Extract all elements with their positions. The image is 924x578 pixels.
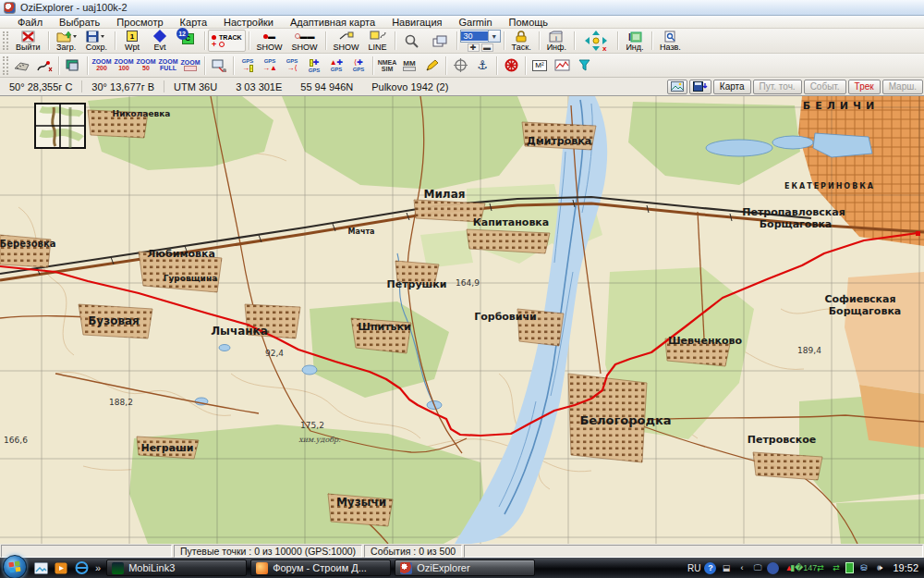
battery-tray-icon[interactable] (845, 562, 854, 573)
moving-map-button[interactable]: MM (398, 55, 420, 76)
exit-icon (21, 31, 35, 43)
track-control-group[interactable]: TRACK + (208, 30, 246, 52)
sync-tray-icon-2[interactable]: ⇄ (830, 562, 842, 574)
menu-item[interactable]: Карта (172, 17, 215, 28)
menu-item[interactable]: Навигация (383, 17, 450, 28)
map-index-button[interactable]: I Инд. (621, 30, 649, 53)
quicklaunch-viewer[interactable] (32, 560, 49, 576)
anchor-alarm-button[interactable]: ⚓ (471, 55, 493, 76)
map-town-label: Петрушки (387, 278, 447, 290)
event-button[interactable]: Evt (146, 30, 174, 53)
track-point-icon (212, 35, 216, 40)
funnel-icon (578, 59, 590, 71)
routes-tab-button[interactable]: Марш. (882, 80, 923, 94)
menu-item[interactable]: Просмотр (108, 17, 171, 28)
gps-get-track-button[interactable]: ⟨✚GPS (347, 55, 370, 76)
zoom-window-button[interactable]: ZOOM (179, 55, 201, 76)
waypoint-icon: 1 (127, 31, 138, 42)
map-info-button[interactable]: i Инф. (542, 30, 571, 53)
track-tab-button[interactable]: Трек (848, 80, 881, 94)
drag-map-button[interactable]: Таск. (507, 30, 536, 53)
show-events-button[interactable]: ▬▬ SHOW (287, 30, 322, 53)
menu-item[interactable]: Настройки (215, 17, 282, 28)
menu-item[interactable]: Выбрать (51, 17, 108, 28)
map-navigator-widget[interactable] (35, 104, 85, 148)
taskbar-button[interactable]: Форум - Строим Д... (250, 560, 391, 576)
map-canvas[interactable]: БЕЛИЧИНиколаевкаДмитровкаЕКАТЕРИНОВКАМил… (0, 96, 924, 544)
map-town-label: Горбовичи (474, 311, 537, 323)
zoom-50-button[interactable]: ZOOM50 (135, 55, 157, 76)
taskbar-button-label: MobiLink3 (128, 562, 175, 573)
start-button[interactable] (3, 555, 27, 578)
taskbar-button[interactable]: MobiLink3 (106, 560, 247, 576)
zoom-level-combo[interactable]: 30 ▼ (460, 30, 501, 43)
mobilink-icon (112, 562, 124, 574)
menu-item[interactable]: Адаптивная карта (282, 17, 383, 28)
sync-tray-icon-1[interactable]: ⇄ (814, 562, 826, 574)
combo-dropdown-icon[interactable]: ▼ (488, 31, 500, 42)
taskbar-clock[interactable]: 19:52 (893, 562, 918, 573)
distance-measure-button[interactable] (11, 55, 33, 76)
wheel-tool-button[interactable] (500, 55, 522, 76)
zoom-in-button[interactable]: ✚ (468, 43, 480, 52)
zoom-full-button[interactable]: ZOOMFULL (157, 55, 179, 76)
toolbar-grip[interactable] (3, 31, 8, 51)
map-image-button[interactable] (667, 80, 687, 94)
display-tray-icon[interactable]: 🖵 (751, 562, 763, 574)
exit-button[interactable]: Выйти (11, 30, 45, 53)
waypoints-tab-button[interactable]: Пут. точ. (753, 80, 802, 94)
menu-item[interactable]: Файл (9, 17, 51, 28)
save-position-button[interactable] (689, 80, 711, 94)
nmea-simulator-button[interactable]: NMEA SIM (376, 55, 398, 76)
load-icon (56, 31, 77, 43)
signal-tray-icon[interactable]: ▮�147; (798, 562, 810, 574)
gps-send-track-button[interactable]: GPS→⟨ (281, 55, 303, 76)
events-tab-button[interactable]: Событ. (804, 80, 846, 94)
show-route-button[interactable]: SHOW (329, 30, 364, 53)
filter-button[interactable] (573, 55, 595, 76)
help-tray-icon[interactable]: ? (704, 562, 716, 574)
save-arrow-icon (693, 81, 708, 92)
comment-button[interactable]: C 12 (174, 30, 201, 53)
track-profile-button[interactable] (551, 55, 573, 76)
waypoint-button[interactable]: 1 Wpt (118, 30, 146, 53)
image-view-button[interactable] (62, 55, 84, 76)
zoom-100-button[interactable]: ZOOM100 (113, 55, 135, 76)
gps-get-waypoints-button[interactable]: ▪✚ GPS (303, 55, 325, 76)
update-tray-icon[interactable]: ⬓ (720, 562, 732, 574)
quicklaunch-browser[interactable] (73, 560, 90, 576)
screen-icon (66, 59, 80, 71)
nmea-log-button[interactable] (420, 55, 443, 76)
gps-get-events-button[interactable]: ▲✚GPS (325, 55, 347, 76)
map-town-label: Петропавловская (742, 206, 845, 218)
show-waypoints-button[interactable]: ▬ SHOW (252, 30, 287, 53)
network-tray-icon[interactable]: ⛁ (857, 562, 869, 574)
language-indicator[interactable]: RU (687, 563, 700, 573)
track-edit-button[interactable] (33, 55, 55, 76)
toolbar-grip-2[interactable] (3, 56, 8, 75)
volume-tray-icon[interactable]: 🕪 (873, 562, 885, 574)
quicklaunch-overflow-chevron[interactable]: » (95, 562, 101, 573)
save-button[interactable]: Сохр. (81, 30, 112, 53)
collapse-tray-chevron[interactable]: ‹ (736, 562, 748, 574)
quicklaunch-media[interactable] (53, 560, 69, 576)
pan-arrows-control[interactable]: x (578, 30, 614, 53)
grid-setup-button[interactable]: M² (529, 55, 551, 76)
gps-send-waypoints-button[interactable]: GPS→▪ (237, 55, 259, 76)
magnifier-button[interactable] (398, 30, 426, 53)
load-button[interactable]: Загр. (52, 30, 81, 53)
gps-send-events-button[interactable]: GPS→▲ (259, 55, 281, 76)
map-load-gps-button[interactable] (208, 55, 230, 76)
find-name-button[interactable]: Назв. (655, 30, 686, 53)
windows-cascade-button[interactable] (426, 30, 454, 53)
map-tab-button[interactable]: Карта (713, 80, 751, 94)
zoom-200-button[interactable]: ZOOM200 (91, 55, 113, 76)
zoom-out-button[interactable]: ▬ (481, 43, 493, 52)
position-pointer-button[interactable] (449, 55, 471, 76)
map-town-label: Петровское (748, 434, 816, 446)
line-tool-button[interactable]: LINE (364, 30, 392, 53)
menu-item[interactable]: Garmin (450, 17, 500, 28)
app-tray-icon[interactable] (767, 562, 779, 574)
menu-item[interactable]: Помощь (501, 17, 557, 28)
taskbar-button[interactable]: OziExplorer (395, 560, 535, 576)
